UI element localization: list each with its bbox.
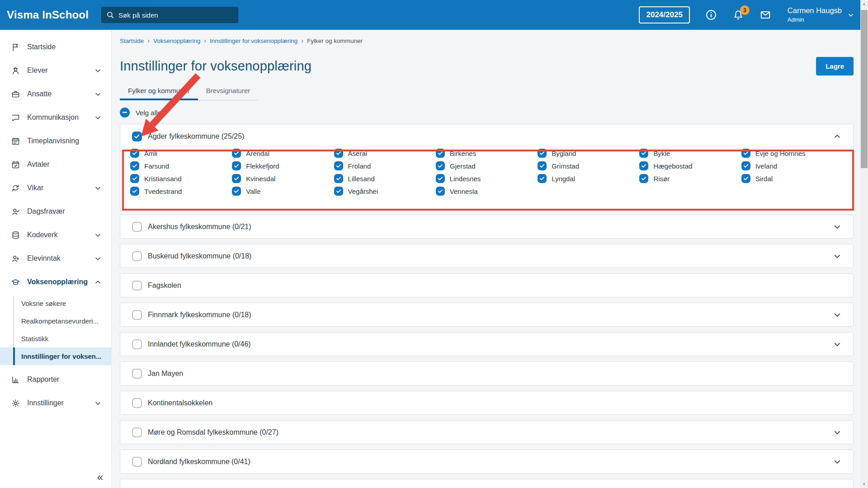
municipality-iveland[interactable]: Iveland	[741, 161, 843, 170]
municipality-bygland[interactable]: Bygland	[538, 149, 639, 158]
municipality-checkbox[interactable]	[334, 187, 343, 196]
county-checkbox[interactable]	[132, 369, 142, 379]
municipality-checkbox[interactable]	[334, 149, 343, 158]
municipality-hagebostad[interactable]: Hægebostad	[639, 161, 741, 170]
sidebar-subitem-statistikk[interactable]: Statistikk	[0, 330, 111, 347]
municipality-checkbox[interactable]	[130, 187, 139, 196]
municipality-checkbox[interactable]	[436, 174, 445, 183]
sidebar-item-avtaler[interactable]: Avtaler	[0, 153, 111, 176]
messages-envelope-icon[interactable]	[760, 9, 771, 21]
municipality-checkbox[interactable]	[741, 174, 750, 183]
county-checkbox[interactable]	[132, 310, 142, 320]
user-menu[interactable]: Carmen Haugsb Admin	[788, 6, 842, 23]
municipality-checkbox[interactable]	[436, 161, 445, 170]
municipality-vennesla[interactable]: Vennesla	[436, 187, 538, 196]
county-checkbox[interactable]	[132, 281, 142, 291]
municipality-amli[interactable]: Åmli	[130, 149, 232, 158]
municipality-valle[interactable]: Valle	[232, 187, 334, 196]
municipality-checkbox[interactable]	[436, 187, 445, 196]
municipality-checkbox[interactable]	[334, 161, 343, 170]
sidebar-item-elevinntak[interactable]: Elevinntak	[0, 247, 111, 270]
sidebar-item-kodeverk[interactable]: Kodeverk	[0, 223, 111, 247]
municipality-checkbox[interactable]	[232, 149, 241, 158]
municipality-birkenes[interactable]: Birkenes	[436, 149, 538, 158]
county-checkbox[interactable]	[132, 398, 142, 408]
chevron-up-icon[interactable]	[833, 132, 841, 141]
municipality-flekkefjord[interactable]: Flekkefjord	[232, 161, 334, 170]
county-checkbox[interactable]	[132, 427, 142, 437]
municipality-checkbox[interactable]	[130, 161, 139, 170]
municipality-bykle[interactable]: Bykle	[639, 149, 741, 158]
municipality-gjerstad[interactable]: Gjerstad	[436, 161, 538, 170]
vertical-scrollbar[interactable]: ▲ ▼	[860, 0, 868, 488]
sidebar-item-dagsfravar[interactable]: Dagsfravær	[0, 200, 111, 223]
county-row-fagskolen[interactable]: Fagskolen	[120, 273, 854, 297]
sidebar-item-vikar[interactable]: Vikar	[0, 176, 111, 200]
county-row-jan-mayen[interactable]: Jan Mayen	[120, 361, 854, 385]
municipality-kvinesdal[interactable]: Kvinesdal	[232, 174, 334, 183]
municipality-checkbox[interactable]	[538, 174, 547, 183]
sidebar-item-timeplanvisning[interactable]: Timeplanvisning	[0, 129, 111, 153]
user-menu-chevron-down-icon[interactable]	[847, 11, 854, 19]
select-all-checkbox[interactable]	[120, 108, 130, 117]
county-checkbox[interactable]	[132, 222, 142, 232]
notifications-bell-icon[interactable]: 3	[732, 9, 744, 21]
municipality-checkbox[interactable]	[130, 174, 139, 183]
sidebar-item-voksenopplaring[interactable]: Voksenopplæring	[0, 270, 111, 294]
municipality-grimstad[interactable]: Grimstad	[538, 161, 639, 170]
municipality-checkbox[interactable]	[639, 174, 648, 183]
select-all-row[interactable]: Velg alle	[120, 108, 854, 117]
municipality-tvedestrand[interactable]: Tvedestrand	[130, 187, 232, 196]
sidebar-item-innstillinger[interactable]: Innstillinger	[0, 391, 111, 415]
sidebar-subitem-realkompetansevurderi[interactable]: Realkompetansevurderi...	[0, 312, 111, 330]
tab-brevsignaturer[interactable]: Brevsignaturer	[198, 87, 259, 100]
save-button[interactable]: Lagre	[816, 57, 854, 75]
scroll-down-arrow-icon[interactable]: ▼	[860, 480, 868, 488]
municipality-checkbox[interactable]	[232, 187, 241, 196]
municipality-checkbox[interactable]	[538, 161, 547, 170]
municipality-vegarshei[interactable]: Vegårshei	[334, 187, 436, 196]
municipality-checkbox[interactable]	[334, 174, 343, 183]
county-checkbox[interactable]	[132, 251, 142, 261]
county-row-nordland-fylkeskommune[interactable]: Nordland fylkeskommune (0/41)	[120, 450, 854, 474]
municipality-checkbox[interactable]	[436, 149, 445, 158]
municipality-checkbox[interactable]	[741, 149, 750, 158]
county-row-partial[interactable]	[120, 479, 854, 488]
breadcrumb-innstillinger[interactable]: Innstillinger for voksenopplæring	[210, 38, 297, 44]
breadcrumb-startside[interactable]: Startside	[120, 38, 144, 44]
county-row-innlandet-fylkeskommune[interactable]: Innlandet fylkeskommune (0/46)	[120, 332, 854, 356]
county-header-agder[interactable]: Agder fylkeskommune (25/25)	[120, 124, 853, 142]
county-checkbox-agder[interactable]	[132, 131, 142, 141]
municipality-lyngdal[interactable]: Lyngdal	[538, 174, 639, 183]
municipality-evje-og-hornnes[interactable]: Evje og Hornnes	[741, 149, 843, 158]
search-input[interactable]	[118, 11, 233, 19]
municipality-checkbox[interactable]	[130, 149, 139, 158]
sidebar-item-ansatte[interactable]: Ansatte	[0, 82, 111, 106]
county-row-finnmark-fylkeskommune[interactable]: Finnmark fylkeskommune (0/18)	[120, 303, 854, 327]
sidebar-collapse-icon[interactable]: «	[97, 471, 103, 483]
breadcrumb-voksenopplaering[interactable]: Voksenopplæring	[153, 38, 200, 44]
scroll-up-arrow-icon[interactable]: ▲	[860, 0, 868, 8]
municipality-farsund[interactable]: Farsund	[130, 161, 232, 170]
municipality-checkbox[interactable]	[741, 161, 750, 170]
municipality-arendal[interactable]: Arendal	[232, 149, 334, 158]
sidebar-subitem-voksne-sokere[interactable]: Voksne søkere	[0, 295, 111, 312]
county-row-kontinentalsokkelen[interactable]: Kontinentalsokkelen	[120, 391, 854, 415]
municipality-checkbox[interactable]	[232, 161, 241, 170]
municipality-checkbox[interactable]	[538, 149, 547, 158]
scrollbar-thumb[interactable]	[861, 10, 868, 168]
county-row-akershus-fylkeskommune[interactable]: Akershus fylkeskommune (0/21)	[120, 215, 854, 239]
municipality-checkbox[interactable]	[639, 161, 648, 170]
info-icon[interactable]	[705, 9, 717, 21]
sidebar-item-startside[interactable]: Startside	[0, 35, 111, 59]
county-row-buskerud-fylkeskommune[interactable]: Buskerud fylkeskommune (0/18)	[120, 244, 854, 268]
municipality-froland[interactable]: Froland	[334, 161, 436, 170]
county-checkbox[interactable]	[132, 339, 142, 349]
sidebar-subitem-innstillinger-for-voksen[interactable]: Innstillinger for voksen...	[0, 347, 111, 365]
municipality-checkbox[interactable]	[639, 149, 648, 158]
municipality-lillesand[interactable]: Lillesand	[334, 174, 436, 183]
school-year-button[interactable]: 2024/2025	[639, 6, 689, 23]
site-search[interactable]	[101, 7, 238, 23]
municipality-risor[interactable]: Risør	[639, 174, 741, 183]
municipality-sirdal[interactable]: Sirdal	[741, 174, 843, 183]
